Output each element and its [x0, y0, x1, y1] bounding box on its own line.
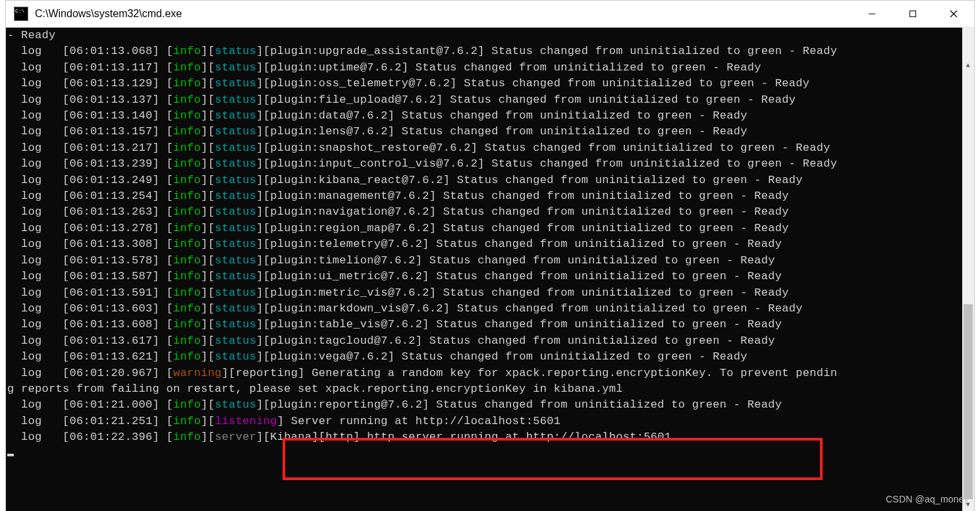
info-tag: info [173, 238, 201, 250]
cursor [7, 454, 14, 456]
log-line: log [06:01:13.117] [info][status][plugin… [7, 60, 837, 76]
background-strip [0, 0, 5, 511]
info-tag: info [173, 254, 201, 267]
info-tag: info [173, 125, 201, 138]
info-tag: info [173, 157, 201, 170]
terminal-output[interactable]: - Ready log [06:01:13.068] [info][status… [6, 28, 974, 511]
info-tag: info [173, 222, 201, 234]
log-line: log [06:01:13.157] [info][status][plugin… [7, 124, 837, 140]
info-tag: info [173, 415, 201, 427]
log-line: log [06:01:13.140] [info][status][plugin… [7, 108, 837, 124]
maximize-button[interactable] [892, 1, 933, 27]
info-tag: info [173, 270, 201, 282]
info-tag: info [173, 109, 201, 122]
svg-rect-1 [910, 11, 916, 17]
log-line: log [06:01:13.129] [info][status][plugin… [7, 76, 837, 92]
log-line: log [06:01:13.263] [info][status][plugin… [7, 204, 837, 220]
warning-tag: warning [173, 367, 222, 379]
log-line: log [06:01:13.249] [info][status][plugin… [7, 173, 837, 188]
log-line: log [06:01:13.068] [info][status][plugin… [7, 43, 837, 59]
log-line: log [06:01:13.254] [info][status][plugin… [7, 188, 837, 204]
info-tag: info [173, 350, 201, 363]
info-tag: info [173, 286, 201, 299]
log-line: log [06:01:21.251] [info][listening] Ser… [7, 414, 837, 429]
scrollbar[interactable]: ▲ ▼ [962, 28, 974, 511]
log-line: log [06:01:13.608] [info][status][plugin… [7, 317, 837, 333]
info-tag: info [173, 174, 201, 186]
info-tag: info [173, 335, 201, 347]
cursor-line [7, 446, 837, 462]
log-line: log [06:01:22.396] [info][server][Kibana… [7, 429, 837, 445]
cmd-window: C:\Windows\system32\cmd.exe - Ready log … [5, 0, 975, 511]
log-line: log [06:01:21.000] [info][status][plugin… [7, 397, 837, 413]
log-line: log [06:01:13.308] [info][status][plugin… [7, 236, 837, 252]
log-line: - Ready [7, 28, 837, 43]
window-buttons [852, 1, 974, 27]
log-line: log [06:01:13.591] [info][status][plugin… [7, 285, 837, 301]
log-line: log [06:01:20.967] [warning][reporting] … [7, 365, 837, 381]
info-tag: info [173, 318, 201, 331]
info-tag: info [173, 431, 201, 443]
scroll-up-arrow[interactable]: ▲ [962, 60, 974, 72]
close-button[interactable] [933, 1, 974, 27]
log-line: log [06:01:13.617] [info][status][plugin… [7, 333, 837, 349]
info-tag: info [173, 302, 201, 315]
info-tag: info [173, 398, 201, 411]
log-line: log [06:01:13.137] [info][status][plugin… [7, 92, 837, 108]
info-tag: info [173, 94, 201, 106]
info-tag: info [173, 142, 201, 154]
log-line: log [06:01:13.217] [info][status][plugin… [7, 140, 837, 156]
window-title: C:\Windows\system32\cmd.exe [35, 8, 852, 20]
info-tag: info [173, 77, 201, 90]
log-line: log [06:01:13.587] [info][status][plugin… [7, 269, 837, 284]
titlebar[interactable]: C:\Windows\system32\cmd.exe [6, 1, 974, 28]
log-line: log [06:01:13.278] [info][status][plugin… [7, 221, 837, 236]
log-line: log [06:01:13.239] [info][status][plugin… [7, 156, 837, 172]
scroll-thumb[interactable] [964, 304, 973, 499]
info-tag: info [173, 190, 201, 202]
info-tag: info [173, 205, 201, 218]
info-tag: info [173, 45, 201, 57]
log-line: log [06:01:13.578] [info][status][plugin… [7, 253, 837, 269]
info-tag: info [173, 61, 201, 74]
cmd-icon [14, 7, 28, 21]
log-line: log [06:01:13.603] [info][status][plugin… [7, 301, 837, 317]
log-line: log [06:01:13.621] [info][status][plugin… [7, 349, 837, 365]
watermark: CSDN @aq_money [886, 491, 969, 507]
log-line: g reports from failing on restart, pleas… [7, 381, 837, 397]
minimize-button[interactable] [852, 1, 892, 27]
